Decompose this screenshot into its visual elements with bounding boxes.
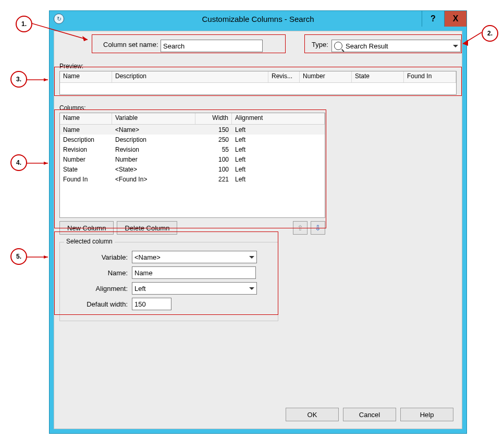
cell-align: Left — [232, 126, 325, 133]
cell-align: Left — [232, 176, 325, 183]
columns-row[interactable]: Found In<Found In>221Left — [60, 174, 325, 184]
move-up-button[interactable]: ⇧ — [293, 221, 308, 235]
cell-name: Revision — [60, 146, 112, 153]
svg-marker-7 — [44, 162, 48, 165]
alignment-label: Alignment: — [65, 285, 128, 292]
col-hdr-name[interactable]: Name — [60, 113, 112, 124]
preview-col-foundin[interactable]: Found In — [404, 71, 456, 82]
columns-row[interactable]: NumberNumber100Left — [60, 154, 325, 164]
cell-variable: Description — [112, 136, 195, 143]
col-hdr-variable[interactable]: Variable — [112, 113, 195, 124]
callout-4: 4. — [10, 154, 27, 171]
columns-row[interactable]: RevisionRevision55Left — [60, 144, 325, 154]
cell-align: Left — [232, 156, 325, 163]
cell-width: 250 — [195, 136, 232, 143]
variable-value: <Name> — [134, 253, 161, 261]
cell-name: Description — [60, 136, 112, 143]
window-title: Customizable Columns - Search — [50, 15, 466, 23]
columns-row[interactable]: State<State>100Left — [60, 164, 325, 174]
preview-section: Preview: Name Description Revis... Numbe… — [59, 63, 457, 95]
arrow-up-icon: ⇧ — [297, 224, 303, 232]
selected-legend: Selected column — [64, 238, 115, 245]
cell-width: 150 — [195, 126, 232, 133]
client-area: Column set name: Type: Search Result Pre… — [54, 31, 462, 429]
cell-width: 55 — [195, 146, 232, 153]
preview-table[interactable]: Name Description Revis... Number State F… — [59, 71, 457, 95]
delete-column-button[interactable]: Delete Column — [117, 221, 177, 235]
type-label: Type: — [312, 41, 328, 48]
callout-5: 5. — [10, 248, 27, 265]
preview-caption: Preview: — [59, 63, 457, 70]
cancel-button[interactable]: Cancel — [343, 408, 396, 421]
cell-variable: Number — [112, 156, 195, 163]
variable-label: Variable: — [65, 253, 128, 261]
columns-caption: Columns: — [59, 104, 325, 112]
callout-3: 3. — [10, 71, 27, 88]
cell-name: Name — [60, 126, 112, 133]
arrow-down-icon: ⇩ — [315, 224, 321, 232]
col-hdr-alignment[interactable]: Alignment — [232, 113, 325, 124]
variable-combo[interactable]: <Name> — [132, 251, 257, 263]
columns-table[interactable]: Name Variable Width Alignment Name<Name>… — [59, 113, 325, 218]
help-dialog-button[interactable]: Help — [400, 408, 453, 421]
cell-width: 100 — [195, 156, 232, 163]
name-label: Name: — [65, 269, 128, 277]
type-value: Search Result — [346, 42, 388, 50]
chevron-down-icon — [249, 287, 254, 290]
svg-marker-3 — [463, 40, 468, 46]
default-width-label: Default width: — [65, 300, 128, 308]
titlebar: ↻ Customizable Columns - Search ? X — [50, 11, 466, 27]
callout-2: 2. — [482, 25, 498, 42]
cell-name: Number — [60, 156, 112, 163]
chevron-down-icon — [453, 45, 458, 47]
selected-column-group: Selected column Variable: <Name> Name: A… — [59, 238, 278, 321]
cell-variable: <State> — [112, 166, 195, 173]
cell-width: 100 — [195, 166, 232, 173]
cell-width: 221 — [195, 176, 232, 183]
type-combo[interactable]: Search Result — [331, 40, 461, 52]
cell-name: Found In — [60, 176, 112, 183]
cell-align: Left — [232, 166, 325, 173]
columns-row[interactable]: DescriptionDescription250Left — [60, 135, 325, 144]
callout-1: 1. — [16, 16, 32, 32]
move-down-button[interactable]: ⇩ — [311, 221, 325, 235]
preview-col-number[interactable]: Number — [300, 71, 352, 82]
preview-col-name[interactable]: Name — [60, 71, 112, 82]
svg-marker-5 — [44, 78, 48, 81]
preview-col-revision[interactable]: Revis... — [268, 71, 300, 82]
default-width-input[interactable] — [132, 298, 171, 310]
columns-row[interactable]: Name<Name>150Left — [60, 125, 325, 135]
cell-variable: <Found In> — [112, 176, 195, 183]
preview-col-description[interactable]: Description — [112, 71, 268, 82]
svg-line-0 — [30, 23, 88, 40]
cell-variable: Revision — [112, 146, 195, 153]
svg-marker-1 — [82, 36, 88, 41]
svg-marker-9 — [44, 255, 48, 259]
chevron-down-icon — [249, 256, 254, 259]
search-icon — [334, 42, 342, 50]
col-hdr-width[interactable]: Width — [195, 113, 232, 124]
new-column-button[interactable]: New Column — [59, 221, 114, 235]
columns-section: Columns: Name Variable Width Alignment N… — [59, 104, 325, 235]
cell-align: Left — [232, 146, 325, 153]
dialog-window: ↻ Customizable Columns - Search ? X Colu… — [49, 10, 467, 434]
name-input[interactable] — [132, 266, 256, 279]
cell-name: State — [60, 166, 112, 173]
colset-label: Column set name: — [103, 41, 158, 48]
colset-input[interactable] — [161, 40, 263, 52]
ok-button[interactable]: OK — [286, 408, 339, 421]
preview-col-state[interactable]: State — [352, 71, 404, 82]
alignment-combo[interactable]: Left — [132, 282, 257, 295]
alignment-value: Left — [134, 285, 146, 292]
cell-variable: <Name> — [112, 126, 195, 133]
cell-align: Left — [232, 136, 325, 143]
